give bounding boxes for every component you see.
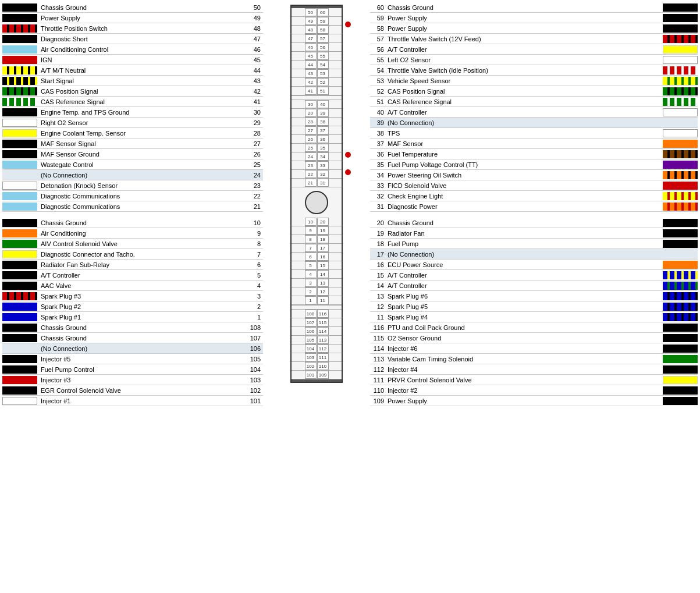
pin-number: 53 — [370, 77, 386, 84]
connector-cell: 45 — [305, 52, 317, 60]
connector-row: 2535 — [292, 144, 342, 152]
connector-row: 4151 — [292, 87, 342, 95]
pin-label: A/T Controller — [386, 46, 662, 53]
wire-swatch — [663, 229, 698, 237]
connector-section: 1020919818717616515414313212111 — [292, 218, 342, 305]
pin-number: 5 — [240, 272, 263, 279]
pin-label: (No Connection) — [386, 119, 662, 126]
pin-number: 7 — [240, 251, 263, 258]
wire-swatch — [2, 161, 37, 169]
connector-cell: 5 — [305, 261, 317, 269]
connector-cell: 32 — [317, 170, 329, 178]
connector-row: 103111 — [292, 353, 342, 362]
connector-row: 1020 — [292, 218, 342, 226]
wire-swatch — [2, 345, 37, 353]
wire-swatch — [663, 182, 698, 190]
pin-label: Power Steering Oil Switch — [386, 172, 662, 179]
connector-cell: 60 — [317, 8, 329, 16]
power-supply-dot — [345, 22, 351, 27]
pin-label: O2 Sensor Ground — [386, 335, 662, 342]
left-column: Chassis Ground50Power Supply49Throttle P… — [2, 2, 263, 406]
pin-number: 55 — [370, 56, 386, 63]
pin-number: 27 — [240, 140, 263, 147]
connector-row: 4757 — [292, 34, 342, 43]
pin-label: (No Connection) — [386, 251, 662, 258]
pin-label: A/T Controller — [386, 282, 662, 289]
wire-swatch — [663, 129, 698, 137]
connector-row: 2131 — [292, 179, 342, 187]
connector-cell: 103 — [305, 353, 317, 361]
connector-row: 313 — [292, 279, 342, 287]
connector-cell: 40 — [317, 100, 329, 108]
connector-cell: 33 — [317, 161, 329, 169]
pin-label: Diagnostic Power — [386, 203, 662, 210]
pin-number: 8 — [240, 240, 263, 247]
right-pin-row: 52CAS Position Signal — [370, 86, 698, 97]
wire-swatch — [2, 240, 37, 248]
connector-section: 5060495948584757465645554454435342524151 — [292, 8, 342, 95]
pin-number: 109 — [370, 397, 386, 404]
wire-swatch — [2, 250, 37, 258]
pin-label: Power Supply — [386, 397, 662, 404]
connector-cell: 102 — [305, 362, 317, 370]
wire-swatch — [663, 87, 698, 95]
pin-number: 32 — [370, 193, 386, 200]
wire-swatch — [2, 171, 37, 179]
pin-label: Injector #2 — [386, 387, 662, 394]
pin-label: Spark Plug #2 — [38, 303, 240, 310]
wire-swatch — [663, 386, 698, 395]
wire-swatch — [2, 355, 37, 363]
wire-swatch — [2, 45, 37, 54]
pin-number: 107 — [240, 335, 263, 342]
left-pin-row: Chassis Ground108 — [2, 322, 263, 333]
pin-number: 21 — [240, 203, 263, 210]
connector-row: 4656 — [292, 43, 342, 52]
pin-number: 48 — [240, 25, 263, 32]
right-pin-row: 60Chassis Ground — [370, 2, 698, 13]
wire-swatch — [663, 45, 698, 54]
pin-label: FICD Solenoid Valve — [386, 182, 662, 189]
wire-swatch — [663, 171, 698, 179]
wire-swatch — [2, 3, 37, 12]
pin-number: 29 — [240, 119, 263, 126]
pin-label: Throttle Valve Switch (12V Feed) — [386, 35, 662, 42]
wire-swatch — [663, 324, 698, 332]
right-pin-row: 15A/T Controller — [370, 270, 698, 280]
right-pin-row: 55Left O2 Sensor — [370, 55, 698, 65]
wire-swatch — [2, 14, 37, 22]
connector-cell: 115 — [317, 318, 329, 326]
wire-swatch — [663, 119, 698, 127]
pin-number: 12 — [370, 303, 386, 310]
connector-cell: 104 — [305, 345, 317, 353]
pin-label: Throttle Position Switch — [38, 25, 240, 32]
connector-cell: 30 — [305, 100, 317, 108]
right-pin-row: 113Variable Cam Timing Solenoid — [370, 354, 698, 364]
connector-row: 101109 — [292, 371, 342, 379]
wire-swatch — [2, 229, 37, 237]
connector-cell: 20 — [305, 109, 317, 117]
connector-cell: 106 — [305, 327, 317, 335]
maf-ground-dot — [345, 169, 351, 175]
pin-number: 26 — [240, 151, 263, 158]
pin-number: 104 — [240, 366, 263, 373]
connector-row: 4353 — [292, 69, 342, 78]
left-pin-row: Right O2 Sensor29 — [2, 118, 263, 128]
connector-cell: 111 — [317, 353, 329, 361]
left-pin-row: AIV Control Solenoid Valve8 — [2, 239, 263, 249]
wire-swatch — [2, 261, 37, 269]
pin-label: Spark Plug #5 — [386, 303, 662, 310]
wire-swatch — [663, 334, 698, 342]
connector-cell: 38 — [317, 118, 329, 126]
pin-label: Power Supply — [386, 25, 662, 32]
right-pin-row: 54Throttle Valve Switch (Idle Position) — [370, 65, 698, 76]
left-pin-row: Air Conditioning Control46 — [2, 44, 263, 55]
pin-number: 31 — [370, 203, 386, 210]
pin-label: A/T Controller — [38, 272, 240, 279]
connector-row: 717 — [292, 244, 342, 253]
connector-cell: 15 — [317, 261, 329, 269]
connector-cell: 6 — [305, 253, 317, 261]
left-pin-row: Diagnostic Communications21 — [2, 201, 263, 212]
connector-cell: 110 — [317, 362, 329, 370]
connector-cell: 42 — [305, 78, 317, 86]
connector-cell: 25 — [305, 144, 317, 152]
